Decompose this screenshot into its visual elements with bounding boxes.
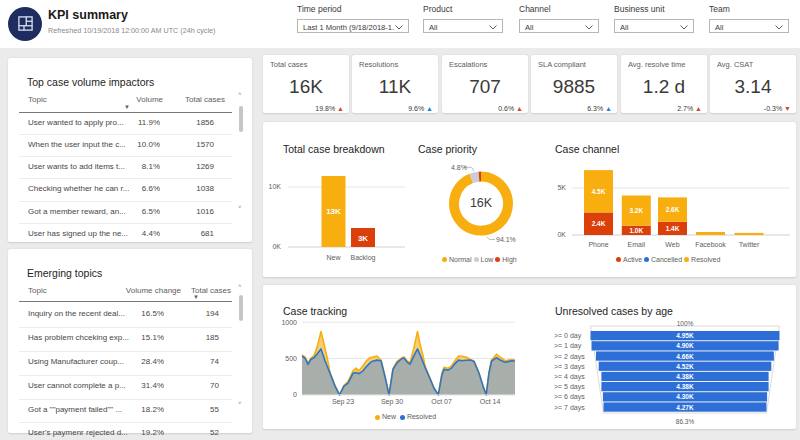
- svg-text:3.2K: 3.2K: [629, 207, 643, 214]
- svg-text:2.6K: 2.6K: [666, 206, 680, 213]
- svg-text:4.38K: 4.38K: [676, 373, 694, 380]
- svg-text:4.90K: 4.90K: [676, 342, 694, 349]
- svg-text:4.66K: 4.66K: [676, 353, 694, 360]
- svg-text:4.27K: 4.27K: [676, 404, 694, 411]
- svg-text:1.4K: 1.4K: [666, 225, 680, 232]
- svg-text:4.52K: 4.52K: [676, 363, 694, 370]
- svg-text:4.38K: 4.38K: [676, 383, 694, 390]
- svg-text:4.95K: 4.95K: [676, 332, 694, 339]
- svg-text:1.0K: 1.0K: [629, 227, 643, 234]
- svg-text:4.30K: 4.30K: [676, 393, 694, 400]
- svg-text:4.5K: 4.5K: [592, 188, 606, 195]
- svg-text:2.4K: 2.4K: [592, 220, 606, 227]
